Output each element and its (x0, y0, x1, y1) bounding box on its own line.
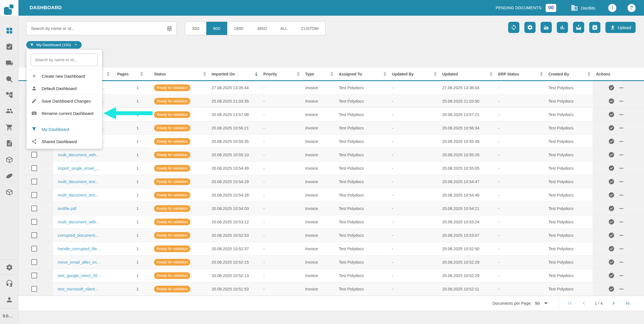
document-name-link[interactable]: multi_document_test... (58, 193, 99, 197)
validate-badge-icon[interactable] (608, 98, 615, 104)
sidebar-item-search-analytics-icon[interactable] (5, 75, 13, 83)
organization-building-icon[interactable] (571, 4, 578, 11)
header-updated[interactable]: Updated (439, 68, 495, 80)
document-name-link[interactable]: corrupted_document... (58, 233, 98, 238)
document-name-link[interactable]: handle_corrupted_file... (58, 247, 100, 251)
sidebar-item-invoice-document-icon[interactable] (5, 139, 13, 147)
row-checkbox[interactable] (31, 205, 37, 211)
sidebar-item-settings-gear-icon[interactable] (5, 263, 13, 271)
last-page-button[interactable] (624, 300, 631, 306)
validate-badge-icon[interactable] (608, 259, 615, 265)
docbits-logo[interactable] (4, 4, 16, 16)
row-checkbox[interactable] (31, 219, 37, 225)
document-name-link[interactable]: import_single_email_... (58, 166, 100, 171)
menu-item-my-dashboard[interactable]: My-Dashboard (27, 123, 102, 135)
sidebar-item-package-box-icon[interactable] (5, 155, 13, 164)
header-status[interactable]: Status (145, 68, 208, 80)
validate-badge-icon[interactable] (608, 178, 615, 185)
validate-badge-icon[interactable] (608, 165, 615, 171)
sidebar-item-users-icon[interactable] (5, 107, 13, 115)
search-input[interactable] (31, 26, 166, 31)
row-checkbox[interactable] (31, 192, 37, 198)
more-actions-icon[interactable] (619, 152, 624, 158)
more-actions-icon[interactable] (619, 139, 624, 144)
row-checkbox[interactable] (31, 152, 37, 158)
validate-badge-icon[interactable] (608, 111, 615, 118)
settings-button[interactable] (524, 22, 536, 33)
more-actions-icon[interactable] (619, 98, 624, 104)
validate-badge-icon[interactable] (608, 152, 615, 158)
more-actions-icon[interactable] (619, 246, 624, 252)
document-name-link[interactable]: multi_document_with... (58, 153, 99, 157)
more-actions-icon[interactable] (619, 85, 624, 91)
help-icon[interactable]: ? (628, 4, 636, 12)
next-page-button[interactable] (610, 300, 617, 306)
more-actions-icon[interactable] (619, 179, 624, 185)
more-actions-icon[interactable] (619, 219, 624, 225)
menu-item-shared-dashboard[interactable]: Shared Dashbaord (27, 135, 102, 148)
per-page-caret-icon[interactable] (544, 302, 548, 304)
menu-item-save-dashboard-changes[interactable]: Save Dashboard Changes (27, 95, 102, 107)
header-priority[interactable]: Priority (260, 68, 302, 80)
previous-page-button[interactable] (581, 300, 587, 306)
document-name-link[interactable]: multi_document_test... (58, 179, 99, 184)
header-type[interactable]: Type (302, 68, 335, 80)
validate-badge-icon[interactable] (608, 272, 615, 279)
more-actions-icon[interactable] (619, 125, 624, 131)
row-checkbox[interactable] (31, 232, 37, 238)
header-updated-by[interactable]: Updated By (389, 68, 439, 80)
export-box-button[interactable] (589, 22, 600, 33)
row-checkbox[interactable] (31, 179, 37, 185)
validate-badge-icon[interactable] (608, 205, 615, 212)
sidebar-item-integrations-orbit-icon[interactable] (5, 172, 13, 180)
refresh-sync-button[interactable] (508, 22, 519, 33)
header-pages[interactable]: Pages (112, 68, 145, 80)
info-icon[interactable]: i (608, 4, 616, 12)
row-checkbox[interactable] (31, 246, 37, 252)
more-actions-icon[interactable] (619, 112, 624, 117)
header-created-by[interactable]: Created By (545, 68, 593, 80)
import-email-button[interactable] (573, 22, 584, 33)
more-actions-icon[interactable] (619, 273, 624, 278)
validate-badge-icon[interactable] (608, 232, 615, 238)
range-180d[interactable]: 180D (227, 22, 250, 35)
row-checkbox[interactable] (31, 273, 37, 278)
document-name-link[interactable]: testfile.pdf (58, 206, 76, 211)
sidebar-item-shipping-truck-icon[interactable] (5, 59, 13, 67)
first-page-button[interactable] (567, 300, 573, 306)
sidebar-item-package-box-2-icon[interactable] (5, 188, 13, 196)
scanner-button[interactable] (541, 22, 552, 33)
header-erp-status[interactable]: ERP Status (495, 68, 545, 80)
header-assigned-to[interactable]: Assigned To (335, 68, 389, 80)
sidebar-item-support-headset-icon[interactable] (5, 279, 13, 287)
validate-badge-icon[interactable] (608, 84, 615, 91)
row-checkbox[interactable] (31, 165, 37, 171)
per-page-value[interactable]: 50 (535, 301, 540, 306)
more-actions-icon[interactable] (619, 259, 624, 265)
document-name-link[interactable]: multi_document_with... (58, 220, 99, 224)
sidebar-item-workflow-tree-icon[interactable] (5, 91, 13, 99)
validate-badge-icon[interactable] (608, 138, 615, 145)
more-actions-icon[interactable] (619, 233, 624, 238)
range-30d[interactable]: 30D (185, 22, 206, 35)
sidebar-item-tasks-clipboard-icon[interactable] (5, 42, 13, 51)
menu-item-create-new-dashboard[interactable]: Create new Dashboard (27, 70, 102, 82)
range-365d[interactable]: 365D (250, 22, 274, 35)
row-checkbox[interactable] (31, 286, 37, 292)
document-name-link[interactable]: test_microsoft_client... (58, 287, 98, 291)
document-name-link[interactable]: test_google_client_20... (58, 273, 101, 278)
validate-badge-icon[interactable] (608, 245, 615, 252)
range-custom[interactable]: CUSTOM (294, 22, 325, 35)
dashboard-selector-pill[interactable]: My-Dashboard (193) (26, 41, 82, 49)
analytics-button[interactable] (557, 22, 568, 33)
sidebar-item-user-profile-icon[interactable] (5, 295, 13, 304)
more-actions-icon[interactable] (619, 286, 624, 292)
validate-badge-icon[interactable] (608, 125, 615, 131)
validate-badge-icon[interactable] (608, 286, 615, 292)
menu-item-rename-current-dashboard[interactable]: Rename current Dashboard (27, 107, 102, 119)
validate-badge-icon[interactable] (608, 219, 615, 225)
range-all[interactable]: ALL (274, 22, 294, 35)
row-checkbox[interactable] (31, 259, 37, 265)
validate-badge-icon[interactable] (608, 192, 615, 198)
sidebar-item-dashboard-grid-icon[interactable] (5, 26, 13, 35)
